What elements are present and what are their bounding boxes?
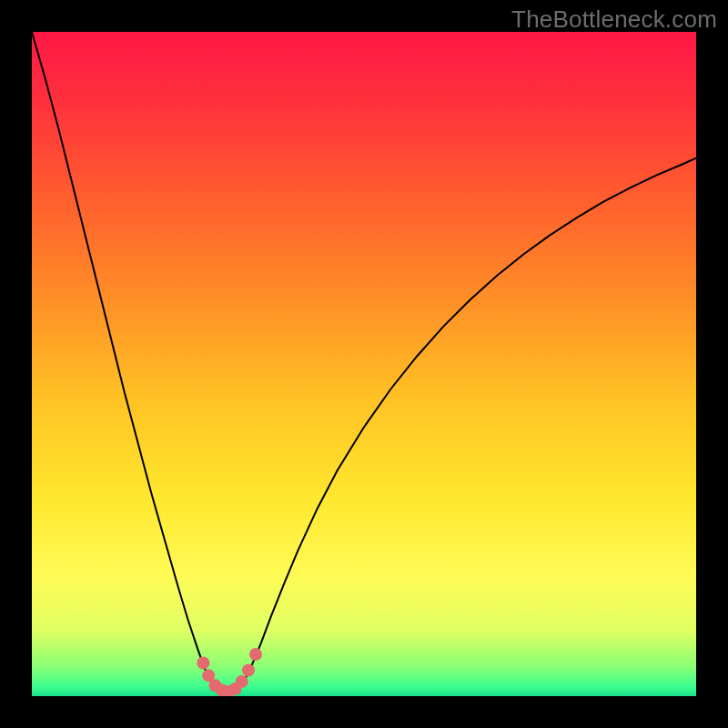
marker-dot: [197, 657, 209, 670]
chart-svg: [32, 32, 696, 696]
plot-area: [32, 32, 696, 696]
marker-dot: [242, 664, 255, 677]
gradient-background: [32, 32, 696, 696]
watermark-text: TheBottleneck.com: [511, 5, 717, 34]
marker-dot: [249, 648, 262, 661]
marker-dot: [236, 675, 248, 688]
chart-stage: TheBottleneck.com: [0, 0, 728, 728]
